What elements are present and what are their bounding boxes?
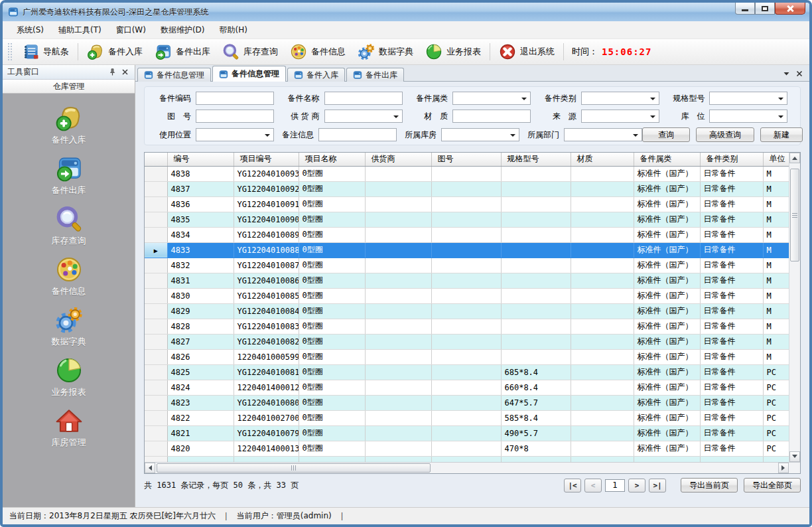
maximize-button[interactable] <box>755 3 775 15</box>
toolbar-button-window-out[interactable]: 备件出库 <box>149 41 216 62</box>
menu-item-5[interactable]: 帮助(H) <box>212 21 255 39</box>
grid-row-4835[interactable]: 4835YG122040100900型圈标准件（国产）日常备件M <box>145 212 789 227</box>
grid-row-4823[interactable]: 4823YG122040100800型圈647*5.7标准件（国产）日常备件PC <box>145 395 789 410</box>
scroll-down-button[interactable] <box>789 451 800 462</box>
scroll-right-button[interactable] <box>778 463 789 473</box>
column-header-4[interactable]: 供货商 <box>365 153 431 166</box>
close-button[interactable] <box>775 3 805 15</box>
sidebar-item-window-out[interactable]: 备件出库 <box>52 155 86 196</box>
search-dropdown[interactable] <box>709 92 787 105</box>
search-text-input[interactable] <box>324 92 403 105</box>
grid-row-4826[interactable]: 482612204010005990型圈标准件（国产）日常备件M <box>145 349 789 364</box>
column-header-7[interactable]: 材质 <box>571 153 634 166</box>
new-button[interactable]: 新建 <box>760 127 803 142</box>
hscroll-thumb[interactable] <box>157 463 431 473</box>
vscroll-track[interactable] <box>789 163 800 451</box>
search-text-input[interactable] <box>318 128 397 141</box>
column-header-6[interactable]: 规格型号 <box>501 153 571 166</box>
search-dropdown[interactable] <box>581 92 659 105</box>
first-page-button[interactable]: |< <box>564 479 581 492</box>
window-title: 广州爱奇迪软件科技有限公司-深田之星仓库管理系统 <box>23 7 208 18</box>
search-dropdown[interactable] <box>452 92 531 105</box>
vscroll-thumb[interactable] <box>790 169 799 262</box>
grid-row-4822[interactable]: 482212204010027000型圈585*8.4标准件（国产）日常备件PC <box>145 410 789 425</box>
grid-row-4831[interactable]: 4831YG122040100860型圈标准件（国产）日常备件M <box>145 273 789 288</box>
pin-icon[interactable] <box>107 67 117 78</box>
toolbar-grip[interactable] <box>8 43 13 60</box>
column-header-2[interactable]: 项目编号 <box>234 153 299 166</box>
column-header-8[interactable]: 备件属类 <box>634 153 700 166</box>
grid-row-4825[interactable]: 4825YG122040100810型圈685*8.4标准件（国产）日常备件PC <box>145 364 789 380</box>
last-page-button[interactable]: >| <box>649 479 666 492</box>
grid-row-4830[interactable]: 4830YG122040100850型圈标准件（国产）日常备件M <box>145 288 789 303</box>
toolbar-button-notebook[interactable]: 导航条 <box>16 41 75 62</box>
sidebar-item-search[interactable]: 库存查询 <box>52 205 86 247</box>
search-text-input[interactable] <box>452 110 531 123</box>
column-header-3[interactable]: 项目名称 <box>299 153 365 166</box>
column-header-5[interactable]: 图号 <box>431 153 501 166</box>
tab-4[interactable]: 备件出库 <box>346 68 404 82</box>
tab-2[interactable]: 备件信息管理 <box>212 66 286 82</box>
grid-row-4828[interactable]: 4828YG122040100830型圈标准件（国产）日常备件M <box>145 319 789 334</box>
search-dropdown[interactable] <box>564 128 642 141</box>
next-page-button[interactable]: > <box>628 479 645 492</box>
close-tab-icon[interactable] <box>796 70 803 77</box>
menu-item-3[interactable]: 窗口(W) <box>109 21 153 39</box>
minimize-button[interactable] <box>735 3 755 15</box>
search-text-input[interactable] <box>196 92 274 105</box>
grid-row-4834[interactable]: 4834YG122040100890型圈标准件（国产）日常备件M <box>145 227 789 242</box>
toolbar-button-palette[interactable]: 备件信息 <box>284 41 352 62</box>
grid-row-4824[interactable]: 482412204014000120型圈660*8.4标准件（国产）日常备件PC <box>145 380 789 395</box>
column-header-1[interactable]: 编号 <box>167 153 234 166</box>
grid-row-4827[interactable]: 4827YG122040100820型圈标准件（国产）日常备件M <box>145 334 789 349</box>
sidebar-item-palette[interactable]: 备件信息 <box>52 256 86 297</box>
query-button[interactable]: 查询 <box>642 127 690 142</box>
menu-item-4[interactable]: 数据维护(D) <box>153 21 212 39</box>
sidebar-item-gears[interactable]: 数据字典 <box>52 306 86 348</box>
toolbar-button-bag-in[interactable]: 备件入库 <box>81 41 149 62</box>
column-header-10[interactable]: 单位 <box>763 153 789 166</box>
menu-item-1[interactable]: 系统(S) <box>9 21 51 39</box>
advanced-query-button[interactable]: 高级查询 <box>696 127 754 142</box>
title-bar[interactable]: 广州爱奇迪软件科技有限公司-深田之星仓库管理系统 <box>3 3 809 21</box>
vertical-scrollbar[interactable] <box>789 153 800 462</box>
search-dropdown[interactable] <box>324 110 403 123</box>
grid-cell: YG12204010092 <box>234 181 299 196</box>
horizontal-scrollbar[interactable] <box>145 462 800 473</box>
hscroll-track[interactable] <box>155 463 778 473</box>
sidebar-item-house[interactable]: 库房管理 <box>52 407 86 449</box>
grid-row-4836[interactable]: 4836YG122040100910型圈标准件（国产）日常备件M <box>145 196 789 212</box>
close-panel-icon[interactable] <box>119 67 130 78</box>
search-dropdown[interactable] <box>441 128 519 141</box>
tab-bar-controls <box>783 70 809 81</box>
toolbar-button-exit[interactable]: 退出系统 <box>493 41 561 62</box>
grid-row-4821[interactable]: 4821YG122040100790型圈490*5.7标准件（国产）日常备件PC <box>145 425 789 441</box>
grid-row-4832[interactable]: 4832YG122040100870型圈标准件（国产）日常备件M <box>145 258 789 273</box>
menu-item-2[interactable]: 辅助工具(T) <box>51 21 109 39</box>
toolbar-button-pie[interactable]: 业务报表 <box>419 41 487 62</box>
toolbar-button-search[interactable]: 库存查询 <box>216 41 284 62</box>
grid-row-4829[interactable]: 4829YG122040100840型圈标准件（国产）日常备件M <box>145 303 789 319</box>
search-dropdown[interactable] <box>709 110 787 123</box>
previous-page-button[interactable]: < <box>584 479 602 492</box>
scroll-up-button[interactable] <box>789 153 800 163</box>
column-header-9[interactable]: 备件类别 <box>700 153 763 166</box>
export-all-pages-button[interactable]: 导出全部页 <box>744 478 801 492</box>
sidebar-item-bag-in[interactable]: 备件入库 <box>52 104 86 146</box>
scroll-left-button[interactable] <box>145 463 155 473</box>
grid-row-4833[interactable]: ▶4833YG122040100880型圈标准件（国产）日常备件M <box>145 242 789 258</box>
sidebar-section-header[interactable]: 仓库管理 <box>3 80 135 94</box>
tab-3[interactable]: 备件入库 <box>287 68 345 82</box>
tab-list-dropdown-icon[interactable] <box>783 71 789 76</box>
page-number-input[interactable]: 1 <box>605 479 625 492</box>
grid-row-4837[interactable]: 4837YG122040100920型圈标准件（国产）日常备件M <box>145 181 789 196</box>
tab-1[interactable]: 备件信息管理 <box>137 68 211 82</box>
toolbar-button-gears[interactable]: 数据字典 <box>352 41 419 62</box>
grid-row-4820[interactable]: 482012204014000130型圈470*8标准件（国产）日常备件PC <box>145 441 789 456</box>
search-dropdown[interactable] <box>581 110 659 123</box>
sidebar-item-pie[interactable]: 业务报表 <box>52 356 86 398</box>
grid-row-4838[interactable]: 4838YG122040100930型圈标准件（国产）日常备件M <box>145 166 789 181</box>
export-current-page-button[interactable]: 导出当前页 <box>681 478 738 492</box>
search-text-input[interactable] <box>196 110 274 123</box>
search-dropdown[interactable] <box>196 128 274 141</box>
